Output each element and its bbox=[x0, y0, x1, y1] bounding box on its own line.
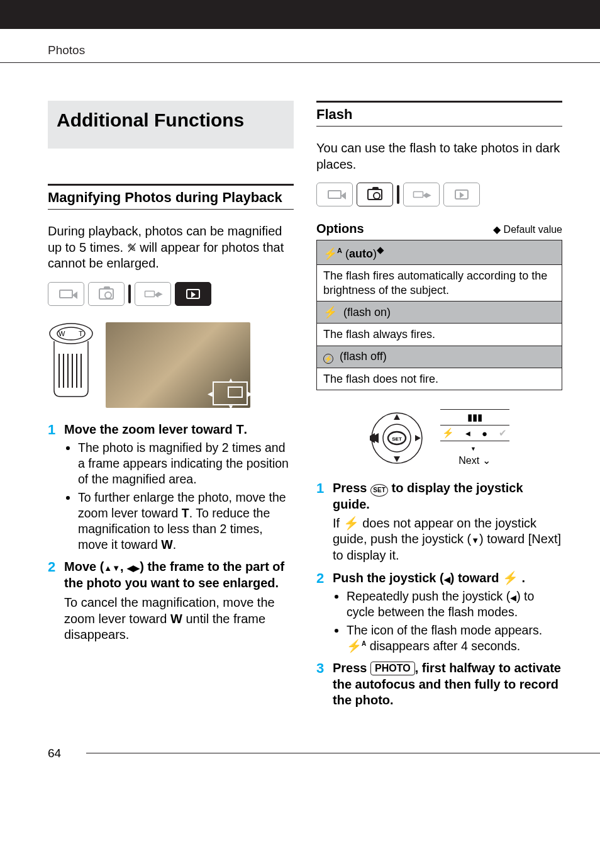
wt-w-label: W bbox=[58, 330, 65, 337]
dot-icon: ● bbox=[482, 428, 487, 439]
s1-bullet-2: To further enlarge the photo, move the z… bbox=[78, 490, 294, 553]
joy-next-label: Next ⌄ bbox=[440, 454, 509, 466]
s1a: Move the zoom lever toward bbox=[64, 422, 236, 436]
flash-step-3: Press PHOTO, first halfway to activate t… bbox=[333, 660, 562, 709]
play-tri: ▶ bbox=[426, 191, 431, 198]
options-header-row: Options ◆ Default value bbox=[316, 222, 562, 236]
mode-video-play-2: ▶ bbox=[403, 183, 440, 206]
mode-photo-play-selected bbox=[175, 282, 211, 306]
mode-photo-rec bbox=[88, 282, 125, 306]
flash-auto-icon: ⚡A bbox=[347, 639, 366, 653]
default-marker: ◆ bbox=[377, 244, 384, 255]
mode-video-play: ▶ bbox=[135, 282, 171, 306]
step-2-body: Move (, ) the frame to the part of the p… bbox=[64, 559, 294, 643]
play-tri: ▶ bbox=[158, 290, 163, 297]
mode-video-rec-2 bbox=[316, 183, 353, 206]
joystick-guide-row: SET ▮▮▮ ⚡ ◀ ● ✔ ▼ bbox=[316, 409, 562, 466]
check-icon: ✔ bbox=[499, 427, 507, 439]
w-key: W bbox=[161, 538, 172, 551]
right-column: Flash You can use the flash to take phot… bbox=[316, 101, 562, 709]
flash-options-table: ⚡A (auto)◆ The flash fires automatically… bbox=[316, 240, 562, 390]
chevron-down-icon: ⌄ bbox=[482, 455, 491, 466]
mode-photo-play-2 bbox=[443, 183, 480, 206]
header-row: Photos bbox=[0, 29, 600, 63]
flash-step-1: Press SET to display the joystick guide.… bbox=[333, 480, 562, 563]
camera-icon bbox=[99, 288, 114, 300]
cannot-enlarge-icon: ✎̸ bbox=[127, 241, 136, 256]
down-icon bbox=[112, 560, 120, 573]
joy-row-next: ▼ bbox=[440, 441, 509, 456]
flash-auto-icon: ⚡A bbox=[323, 247, 342, 260]
video-icon bbox=[413, 191, 423, 198]
mode-selector-playback: ▶ bbox=[48, 282, 294, 306]
photo-button: PHOTO bbox=[370, 662, 415, 675]
svg-marker-14 bbox=[415, 435, 421, 441]
up-icon bbox=[104, 560, 112, 573]
heading-rule-flash: Flash bbox=[316, 101, 562, 127]
page-footer: 64 bbox=[0, 709, 600, 782]
flash-icon: ⚡ bbox=[343, 516, 359, 530]
additional-functions-banner: Additional Functions bbox=[48, 101, 294, 149]
top-black-bar bbox=[0, 0, 600, 29]
joystick-guide-menu: ▮▮▮ ⚡ ◀ ● ✔ ▼ Next ⌄ bbox=[440, 409, 509, 466]
sample-photo: ▲ ▼ ◀ ▶ bbox=[106, 322, 250, 408]
svg-marker-16 bbox=[370, 433, 375, 443]
svg-point-0 bbox=[50, 324, 92, 344]
left-column: Additional Functions Magnifying Photos d… bbox=[48, 101, 294, 709]
fs2-b1: Repeatedly push the joystick () to cycle… bbox=[347, 589, 562, 620]
magnify-heading: Magnifying Photos during Playback bbox=[48, 189, 294, 206]
options-label: Options bbox=[316, 222, 364, 236]
set-button-icon: SET bbox=[370, 484, 388, 497]
t-key: T bbox=[236, 422, 243, 436]
left-icon bbox=[444, 571, 450, 585]
joy-row-2: ⚡ ◀ ● ✔ bbox=[440, 426, 509, 441]
down-tri-icon: ▼ bbox=[470, 446, 476, 452]
magnify-steps: 1 Move the zoom lever toward T. The phot… bbox=[48, 422, 294, 643]
s1-bullet-1: The photo is magnified by 2 times and a … bbox=[78, 440, 294, 487]
flash-step-1-num: 1 bbox=[316, 480, 328, 563]
option-off-header: ⚡ (flash off) bbox=[317, 346, 562, 368]
flash-steps: 1 Press SET to display the joystick guid… bbox=[316, 480, 562, 709]
option-on-desc: The flash always fires. bbox=[317, 323, 562, 346]
mode-separator-2 bbox=[397, 185, 399, 204]
playback-icon bbox=[455, 189, 469, 200]
default-value-label: ◆ Default value bbox=[493, 223, 562, 235]
flash-step-2-num: 2 bbox=[316, 570, 328, 654]
mode-video-rec bbox=[48, 282, 84, 306]
flash-off-icon: ⚡ bbox=[323, 354, 333, 364]
left-tri-icon: ◀ bbox=[465, 430, 470, 437]
heading-rule: Magnifying Photos during Playback bbox=[48, 184, 294, 210]
slider-icon: ▮▮▮ bbox=[467, 412, 482, 423]
left-icon bbox=[510, 589, 516, 603]
magnify-intro: During playback, photos can be magnified… bbox=[48, 223, 294, 272]
additional-functions-title: Additional Functions bbox=[57, 110, 285, 131]
video-icon bbox=[59, 290, 73, 298]
option-auto-header: ⚡A (auto)◆ bbox=[317, 240, 562, 264]
page-number: 64 bbox=[48, 747, 61, 760]
step-number-1: 1 bbox=[48, 422, 59, 553]
option-off-desc: The flash does not fire. bbox=[317, 368, 562, 390]
flash-heading: Flash bbox=[316, 106, 562, 123]
left-icon bbox=[127, 560, 133, 573]
s1b: . bbox=[244, 422, 248, 436]
video-icon bbox=[144, 291, 155, 298]
down-icon bbox=[471, 532, 479, 546]
video-icon bbox=[328, 190, 342, 199]
zoom-indicator-box: ▲ ▼ ◀ ▶ bbox=[213, 381, 248, 405]
svg-marker-13 bbox=[394, 456, 400, 462]
right-icon bbox=[133, 560, 140, 573]
flash-on-icon: ⚡ bbox=[323, 306, 337, 318]
flash-step-2: Push the joystick () toward ⚡ . Repeated… bbox=[333, 570, 562, 654]
w-key2: W bbox=[170, 612, 182, 626]
joy-row-1: ▮▮▮ bbox=[440, 409, 509, 426]
svg-text:SET: SET bbox=[392, 436, 402, 442]
step-1-body: Move the zoom lever toward T. The photo … bbox=[64, 422, 294, 553]
zoom-lever-diagram: W T bbox=[48, 322, 94, 398]
mode-selector-flash: ▶ bbox=[316, 183, 562, 206]
option-auto-desc: The flash fires automatically according … bbox=[317, 264, 562, 301]
option-on-header: ⚡ (flash on) bbox=[317, 301, 562, 323]
t-key2: T bbox=[182, 506, 189, 520]
svg-marker-12 bbox=[394, 414, 400, 420]
section-breadcrumb: Photos bbox=[48, 43, 85, 62]
zoom-lever-and-photo: W T ▲ ▼ ◀ ▶ bbox=[48, 322, 294, 408]
